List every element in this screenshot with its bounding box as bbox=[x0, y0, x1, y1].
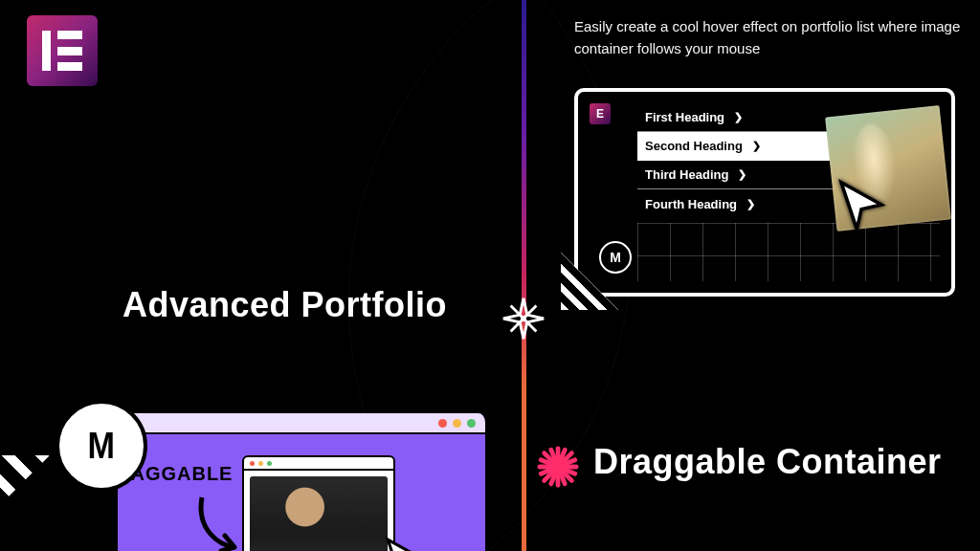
window-max-dot bbox=[467, 419, 476, 428]
window-close-dot bbox=[438, 419, 447, 428]
chevron-right-icon: ❯ bbox=[746, 198, 755, 210]
elementor-logo-glyph bbox=[42, 31, 82, 71]
grid-background bbox=[637, 223, 940, 281]
feature-description: Easily create a cool hover effect on por… bbox=[574, 15, 967, 60]
browser-window: RAGGABLE bbox=[115, 413, 488, 551]
cursor-icon bbox=[835, 178, 888, 231]
chevron-right-icon: ❯ bbox=[752, 140, 761, 152]
card-titlebar bbox=[244, 457, 393, 471]
window-min-dot bbox=[453, 419, 461, 428]
asterisk-icon bbox=[536, 445, 580, 489]
brand-monogram-circle: M bbox=[56, 400, 147, 492]
curved-arrow-icon bbox=[192, 492, 250, 551]
draggable-preview: RAGGABLE bbox=[115, 413, 488, 551]
star-ornament-icon bbox=[501, 297, 546, 341]
divider-gradient-line bbox=[522, 0, 526, 551]
portfolio-item-label: Third Heading bbox=[645, 167, 728, 182]
draggable-card[interactable] bbox=[242, 455, 395, 551]
portfolio-hover-preview: E First Heading ❯ Second Heading ❯ Third… bbox=[574, 88, 955, 297]
elementor-logo bbox=[27, 15, 98, 86]
chevron-right-icon: ❯ bbox=[738, 168, 746, 181]
svg-point-0 bbox=[521, 316, 526, 321]
brand-monogram-badge: M bbox=[599, 241, 632, 274]
portfolio-item-label: Fourth Heading bbox=[645, 197, 737, 211]
section-heading-advanced-portfolio: Advanced Portfolio bbox=[122, 285, 447, 325]
elementor-logo-small: E bbox=[590, 103, 611, 124]
window-titlebar bbox=[118, 413, 485, 434]
portfolio-item-label: Second Heading bbox=[645, 139, 743, 153]
card-image bbox=[250, 476, 388, 551]
section-heading-draggable-container: Draggable Container bbox=[593, 442, 942, 482]
portfolio-item-label: First Heading bbox=[645, 110, 724, 124]
cursor-icon bbox=[382, 536, 430, 551]
chevron-right-icon: ❯ bbox=[734, 111, 743, 123]
